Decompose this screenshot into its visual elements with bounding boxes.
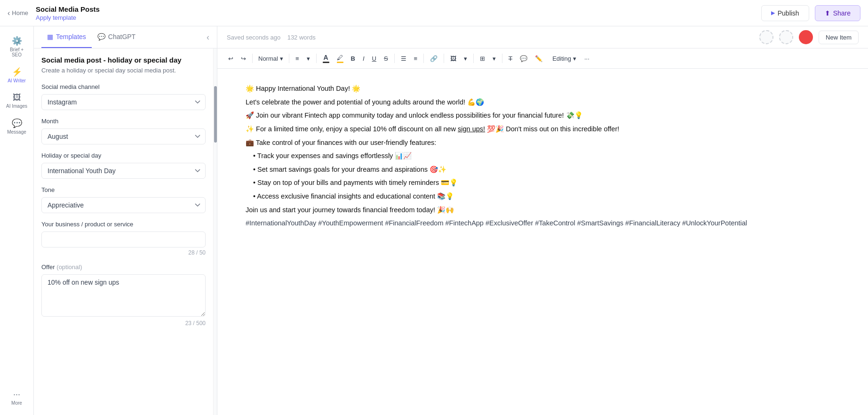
link-button[interactable]: 🔗	[427, 53, 441, 64]
table-chevron-button[interactable]: ▾	[489, 53, 499, 64]
panel-scrollbar[interactable]	[213, 48, 217, 415]
editing-chevron-icon: ▾	[573, 55, 576, 62]
more-options-button[interactable]: ···	[581, 53, 593, 64]
sidebar-item-label: AI Images	[6, 104, 27, 109]
signup-underline: sign ups!	[458, 125, 485, 133]
sidebar-item-more[interactable]: ··· More	[3, 386, 31, 409]
content-line-5: 💼 Take control of your finances with our…	[246, 137, 840, 149]
offer-label: Offer (optional)	[41, 263, 206, 271]
doc-title: Social Media Posts	[36, 5, 100, 13]
content-bullet-3: • Stay on top of your bills and payments…	[246, 177, 840, 189]
month-label: Month	[41, 118, 206, 125]
italic-button[interactable]: I	[359, 53, 368, 64]
image-button[interactable]: 🖼	[447, 53, 460, 64]
chatgpt-tab-icon: 💬	[97, 33, 105, 40]
sidebar-item-message[interactable]: 💬 Message	[3, 114, 31, 138]
editor-content[interactable]: 🌟 Happy International Youth Day! 🌟 Let's…	[217, 69, 868, 415]
text-style-dropdown[interactable]: Normal ▾	[255, 53, 286, 64]
social-channel-select[interactable]: Instagram Facebook Twitter LinkedIn TikT…	[41, 94, 206, 110]
text-style-value: Normal	[258, 55, 278, 62]
content-line-4: ✨ For a limited time only, enjoy a speci…	[246, 123, 840, 135]
align-chevron-button[interactable]: ▾	[303, 53, 313, 64]
month-select[interactable]: August January February March April May …	[41, 128, 206, 144]
toolbar-separator-2	[289, 54, 289, 63]
bullet-list-button[interactable]: ☰	[398, 53, 410, 64]
panel-content: Social media post - holiday or special d…	[34, 48, 213, 415]
top-bar-left: Home Social Media Posts Apply template	[8, 5, 100, 21]
social-channel-label: Social media channel	[41, 83, 206, 90]
bold-button[interactable]: B	[348, 53, 358, 64]
offer-textarea[interactable]: 10% off on new sign ups	[41, 274, 206, 317]
editing-label: Editing	[552, 55, 571, 62]
holiday-label: Holiday or special day	[41, 152, 206, 159]
editor-topbar: Saved seconds ago 132 words New Item	[217, 26, 868, 48]
top-bar: Home Social Media Posts Apply template P…	[0, 0, 868, 26]
underline-button[interactable]: U	[369, 53, 380, 64]
editing-dropdown[interactable]: Editing ▾	[549, 53, 580, 64]
toolbar-separator-6	[444, 54, 444, 63]
templates-tab-icon: ▦	[47, 33, 53, 40]
content-bullet-2: • Set smart savings goals for your dream…	[246, 164, 840, 176]
sidebar-item-ai-images[interactable]: 🖼 AI Images	[3, 89, 31, 112]
image-chevron-button[interactable]: ▾	[461, 53, 470, 64]
saved-status: Saved seconds ago	[227, 34, 280, 41]
icon-sidebar: ⚙️ Brief + SEO ⚡ AI Writer 🖼 AI Images 💬…	[0, 26, 34, 415]
pencil-button[interactable]: ✏️	[532, 53, 546, 64]
tab-templates[interactable]: ▦ Templates	[41, 26, 92, 48]
table-button[interactable]: ⊞	[477, 53, 488, 64]
sidebar-item-label: AI Writer	[8, 78, 26, 83]
redo-button[interactable]: ↪	[238, 53, 249, 64]
share-button[interactable]: ⬆ Share	[815, 5, 860, 21]
brief-seo-icon: ⚙️	[12, 36, 22, 46]
tone-label: Tone	[41, 186, 206, 193]
sidebar-item-brief-seo[interactable]: ⚙️ Brief + SEO	[3, 32, 31, 61]
strikethrough-button[interactable]: S	[381, 53, 391, 64]
business-char-count: 28 / 50	[41, 249, 206, 256]
home-link[interactable]: Home	[8, 9, 28, 17]
business-label: Your business / product or service	[41, 221, 206, 228]
sidebar-item-label: Brief + SEO	[6, 47, 28, 57]
highlight-button[interactable]: 🖊	[334, 52, 347, 65]
avatar-placeholder-2	[779, 30, 793, 44]
message-icon: 💬	[12, 118, 22, 128]
tone-select[interactable]: Appreciative Formal Casual Humorous	[41, 197, 206, 213]
toolbar-separator-4	[394, 54, 395, 63]
content-line-3: 🚀 Join our vibrant Fintech app community…	[246, 110, 840, 121]
align-button[interactable]: ≡	[292, 53, 303, 64]
new-item-button[interactable]: New Item	[819, 31, 859, 44]
toolbar-separator-5	[423, 54, 424, 63]
numbered-list-button[interactable]: ≡	[411, 53, 421, 64]
panel-close-button[interactable]: ‹	[207, 26, 209, 48]
editor-status: Saved seconds ago 132 words	[227, 34, 316, 41]
content-line-1: 🌟 Happy International Youth Day! 🌟	[246, 83, 840, 95]
sidebar-item-ai-writer[interactable]: ⚡ AI Writer	[3, 63, 31, 87]
template-desc: Create a holiday or special day social m…	[41, 67, 206, 74]
top-bar-right: Publish ⬆ Share	[761, 5, 860, 21]
tab-chatgpt[interactable]: 💬 ChatGPT	[92, 26, 141, 48]
business-input[interactable]: Fintech app for young adults	[41, 231, 206, 247]
content-bullet-1: • Track your expenses and savings effort…	[246, 150, 840, 162]
undo-button[interactable]: ↩	[225, 53, 237, 64]
text-color-icon: A	[323, 54, 328, 61]
toolbar-separator-1	[252, 54, 253, 63]
publish-button[interactable]: Publish	[761, 5, 809, 21]
apply-template-link[interactable]: Apply template	[36, 14, 100, 21]
text-color-button[interactable]: A	[319, 51, 333, 65]
side-panel: ▦ Templates 💬 ChatGPT ‹ Social media pos…	[34, 26, 217, 415]
panel-scrollbar-thumb	[214, 86, 217, 143]
more-icon: ···	[13, 390, 20, 399]
avatar-placeholder-1	[759, 30, 773, 44]
content-line-2: Let's celebrate the power and potential …	[246, 96, 840, 108]
share-label: Share	[833, 9, 851, 17]
editor-topbar-right: New Item	[759, 30, 859, 44]
clear-format-button[interactable]: T̶	[505, 53, 516, 64]
ai-images-icon: 🖼	[13, 93, 21, 103]
content-bullet-4: • Access exclusive financial insights an…	[246, 191, 840, 202]
sidebar-item-label: More	[11, 400, 22, 406]
comment-button[interactable]: 💬	[517, 53, 531, 64]
template-title: Social media post - holiday or special d…	[41, 56, 206, 64]
holiday-select[interactable]: International Youth Day New Year's Day C…	[41, 163, 206, 179]
text-color-underline	[323, 62, 329, 63]
main-layout: ⚙️ Brief + SEO ⚡ AI Writer 🖼 AI Images 💬…	[0, 26, 868, 415]
share-icon: ⬆	[825, 9, 830, 17]
